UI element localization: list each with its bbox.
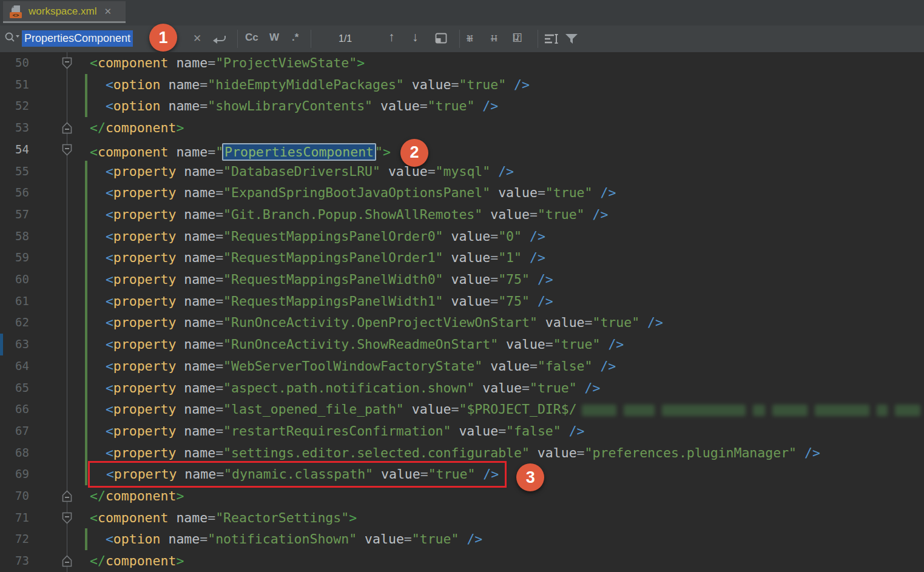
code-line[interactable]: 58 <property name="RequestMappingsPanelO… (0, 226, 924, 247)
add-occurrence-icon[interactable]: +II (466, 32, 473, 42)
editor-tab-bar: <> workspace.xml ✕ (0, 0, 924, 26)
code-line[interactable]: 71<component name="ReactorSettings"> (0, 507, 924, 529)
code-line[interactable]: 54<component name="PropertiesComponent">… (0, 139, 924, 161)
code-text: </component> (0, 117, 924, 139)
whole-words-toggle[interactable]: W (269, 32, 279, 44)
svg-text:<>: <> (13, 12, 19, 18)
code-line[interactable]: 69 <property name="dynamic.classpath" va… (0, 463, 924, 485)
toolbar-separator (311, 30, 311, 48)
search-match-highlight: PropertiesComponent (222, 143, 376, 161)
code-line[interactable]: 63 <property name="RunOnceActivity.ShowR… (0, 334, 924, 355)
regex-toggle[interactable]: .* (292, 32, 298, 44)
code-text: <property name="RequestMappingsPanelOrde… (0, 247, 924, 269)
code-line[interactable]: 67 <property name="restartRequiresConfir… (0, 420, 924, 442)
code-line[interactable]: 70</component> (0, 485, 924, 507)
code-text: <option name="hideEmptyMiddlePackages" v… (0, 74, 924, 96)
code-line[interactable]: 64 <property name="WebServerToolWindowFa… (0, 355, 924, 377)
match-counter: 1/1 (339, 33, 352, 44)
code-line[interactable]: 52 <option name="showLibraryContents" va… (0, 95, 924, 117)
previous-occurrence-button[interactable]: ↑ (388, 30, 395, 44)
code-text: <property name="ExpandSpringBootJavaOpti… (0, 182, 924, 204)
code-line[interactable]: 51 <option name="hideEmptyMiddlePackages… (0, 74, 924, 96)
xml-file-icon: <> (8, 4, 24, 19)
annotation-badge-1: 1 (149, 24, 177, 52)
redacted-text (582, 405, 920, 416)
code-text: <property name="RequestMappingsPanelOrde… (0, 226, 924, 247)
clear-search-icon[interactable]: ✕ (193, 32, 201, 45)
code-line[interactable]: 50<component name="ProjectViewState"> (0, 52, 924, 74)
code-text: <property name="RunOnceActivity.OpenProj… (0, 312, 924, 334)
code-line[interactable]: 68 <property name="settings.editor.selec… (0, 442, 924, 464)
toolbar-separator (237, 30, 238, 48)
code-line[interactable]: 73</component> (0, 550, 924, 572)
code-line[interactable]: 55 <property name="DatabaseDriversLRU" v… (0, 161, 924, 183)
code-line[interactable]: 60 <property name="RequestMappingsPanelW… (0, 269, 924, 291)
code-line[interactable]: 72 <option name="notificationShown" valu… (0, 528, 924, 550)
code-text: </component> (0, 550, 924, 572)
code-text: <property name="restartRequiresConfirmat… (0, 420, 924, 442)
code-line[interactable]: 53</component> (0, 117, 924, 139)
tab-workspace-xml[interactable]: <> workspace.xml ✕ (3, 1, 126, 23)
code-text: <option name="showLibraryContents" value… (0, 95, 924, 117)
code-line[interactable]: 65 <property name="aspect.path.notificat… (0, 377, 924, 399)
code-text: <property name="RequestMappingsPanelWidt… (0, 291, 924, 312)
code-text: <property name="aspect.path.notification… (0, 377, 924, 399)
code-line[interactable]: 66 <property name="last_opened_file_path… (0, 399, 924, 420)
match-case-toggle[interactable]: Cc (245, 32, 258, 44)
code-text: <property name="last_opened_file_path" v… (0, 399, 924, 420)
code-text: <property name="Git.Branch.Popup.ShowAll… (0, 204, 924, 226)
code-text: <component name="ReactorSettings"> (0, 507, 924, 529)
tab-title: workspace.xml (29, 5, 96, 18)
find-toolbar: PropertiesComponent 1 ✕ Cc W .* 1/1 ↑ ↓ … (0, 25, 924, 53)
code-line[interactable]: 57 <property name="Git.Branch.Popup.Show… (0, 204, 924, 226)
code-line[interactable]: 61 <property name="RequestMappingsPanelW… (0, 291, 924, 312)
code-text: <property name="WebServerToolWindowFacto… (0, 355, 924, 377)
tab-close-icon[interactable]: ✕ (104, 6, 112, 17)
toolbar-separator (459, 30, 460, 48)
code-text: <property name="RequestMappingsPanelWidt… (0, 269, 924, 291)
code-text: <property name="RunOnceActivity.ShowRead… (0, 334, 924, 355)
code-text: </component> (0, 485, 924, 507)
select-all-occurrences-icon[interactable]: ☑II (512, 31, 519, 42)
code-text: <component name="ProjectViewState"> (0, 52, 924, 74)
ide-window: <> workspace.xml ✕ PropertiesComponent 1… (0, 0, 924, 572)
remove-occurrence-icon[interactable]: −II (490, 32, 497, 42)
toolbar-separator (538, 30, 538, 48)
search-input[interactable]: PropertiesComponent (22, 30, 133, 47)
code-editor[interactable]: 50<component name="ProjectViewState">51 … (0, 52, 924, 572)
code-lines: 50<component name="ProjectViewState">51 … (0, 52, 924, 572)
next-occurrence-button[interactable]: ↓ (412, 30, 419, 44)
code-text: <option name="notificationShown" value="… (0, 528, 924, 550)
red-highlight-box: <property name="dynamic.classpath" value… (88, 461, 507, 488)
code-line[interactable]: 59 <property name="RequestMappingsPanelO… (0, 247, 924, 269)
code-line[interactable]: 62 <property name="RunOnceActivity.OpenP… (0, 312, 924, 334)
code-text: <property name="DatabaseDriversLRU" valu… (0, 161, 924, 183)
code-line[interactable]: 56 <property name="ExpandSpringBootJavaO… (0, 182, 924, 204)
code-text: <property name="settings.editor.selected… (0, 442, 924, 464)
